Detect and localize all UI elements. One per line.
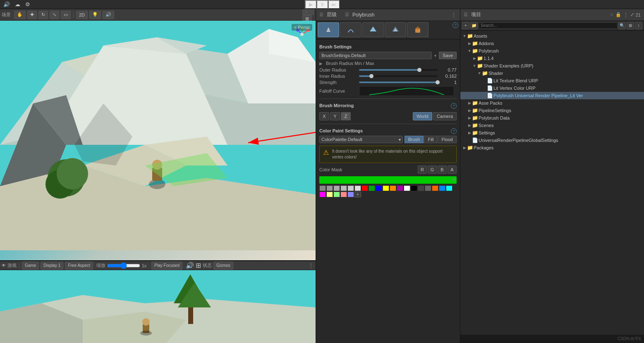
flood-mode-btn[interactable]: Flood — [438, 136, 457, 143]
display-dropdown[interactable]: Display 1 — [41, 261, 63, 270]
swatch-gray5[interactable] — [347, 185, 354, 191]
sculpt-tab[interactable] — [318, 22, 339, 37]
add-swatch-btn[interactable]: + — [354, 192, 361, 197]
mirroring-help-icon[interactable]: ? — [451, 103, 457, 109]
add-btn[interactable]: + — [462, 22, 469, 29]
preset-dropdown[interactable]: BrushSettings-Default — [319, 52, 432, 59]
move-tool[interactable]: ✚ — [27, 11, 37, 19]
lock-icon[interactable]: 🔒 — [615, 12, 621, 17]
swatch-gray1[interactable] — [319, 185, 326, 191]
outer-radius-thumb[interactable] — [417, 68, 421, 72]
scene-viewport[interactable]: < Persp — [0, 21, 316, 260]
search-btn[interactable]: 🔍 — [618, 22, 626, 29]
swatch-lightred[interactable] — [340, 192, 347, 197]
tree-addons[interactable]: ▶ 📁 Addons — [460, 40, 644, 47]
swatch-black[interactable] — [411, 185, 417, 191]
search-input[interactable] — [479, 22, 618, 29]
swatch-gray3[interactable] — [333, 185, 340, 191]
collapse-icon[interactable]: 21 — [636, 12, 641, 17]
tree-lit-vertex[interactable]: ▶ 📄 Lit Vertex Color URP — [460, 84, 644, 92]
hand-tool[interactable]: ✋ — [14, 11, 26, 19]
panel-options-icon[interactable]: ⋮ — [451, 12, 457, 18]
smooth-tab[interactable] — [340, 22, 362, 37]
swatch-cyan[interactable] — [446, 185, 452, 191]
mirror-x-btn[interactable]: X — [319, 112, 329, 120]
game-dropdown[interactable]: Game — [22, 261, 39, 270]
project-menu-icon[interactable]: ⋮ — [623, 12, 629, 18]
swatch-lightblue[interactable] — [439, 185, 445, 191]
2d-toggle[interactable]: 2D — [76, 11, 88, 19]
expand-icon[interactable]: ⤢ — [630, 12, 634, 17]
paint-tab[interactable] — [362, 22, 384, 37]
swatch-darkorange[interactable] — [432, 185, 438, 191]
scale-slider[interactable] — [107, 262, 140, 269]
filter-btn[interactable]: ⊞ — [627, 22, 634, 29]
swatch-white[interactable] — [404, 185, 410, 191]
tree-scenes[interactable]: ▶ 📁 Scenes — [460, 122, 644, 129]
swatch-red[interactable] — [362, 185, 368, 191]
game-menu-icon[interactable]: ⋮ — [308, 262, 314, 269]
mask-r-btn[interactable]: R — [418, 166, 427, 174]
swatch-medgray[interactable] — [425, 185, 431, 191]
color-edit-icon[interactable]: ✏ — [452, 177, 456, 182]
mirror-world-btn[interactable]: World — [413, 112, 432, 120]
scale-tool[interactable]: ⤡ — [50, 11, 59, 19]
help-icon[interactable]: ? — [452, 22, 458, 28]
swatch-green[interactable] — [369, 185, 375, 191]
color-bar[interactable] — [319, 176, 457, 184]
outer-radius-track[interactable] — [359, 69, 438, 71]
tree-lit-texture[interactable]: ▶ 📄 Lit Texture Blend URP — [460, 77, 644, 84]
texture-tab[interactable] — [385, 22, 406, 37]
play-button[interactable]: ▶ — [305, 0, 316, 9]
tree-polybrush[interactable]: ▼ 📁 Polybrush — [460, 47, 644, 55]
rotate-tool[interactable]: ↻ — [38, 11, 48, 19]
swatch-darkgray[interactable] — [418, 185, 424, 191]
tree-packages[interactable]: ▶ 📁 Packages — [460, 144, 644, 151]
prefab-tab[interactable] — [407, 22, 429, 37]
tree-pipeline-settings[interactable]: ▶ 📁 PipelineSettings — [460, 107, 644, 114]
inner-radius-thumb[interactable] — [369, 74, 373, 78]
swatch-gray6[interactable] — [354, 185, 361, 191]
tree-polybrush-data[interactable]: ▶ 📁 Polybrush Data — [460, 114, 644, 122]
tree-urp-global[interactable]: ▶ 📄 UniversalRenderPipelineGlobalSetting… — [460, 137, 644, 144]
swatch-blue[interactable] — [376, 185, 382, 191]
gizmos-btn[interactable]: Gizmos — [213, 261, 233, 270]
strength-track[interactable] — [359, 82, 438, 83]
tree-114[interactable]: ▶ 📁 1.1.4 — [460, 55, 644, 62]
mirror-y-btn[interactable]: Y — [330, 112, 340, 120]
camera-btn[interactable]: 🎥 — [302, 9, 314, 15]
strength-thumb[interactable] — [436, 80, 440, 84]
swatch-gray4[interactable] — [340, 185, 347, 191]
sort-btn[interactable]: ↕ — [635, 22, 642, 29]
game-viewport[interactable] — [0, 270, 316, 343]
brush-mode-btn[interactable]: Brush — [405, 136, 424, 143]
mask-g-btn[interactable]: G — [428, 166, 437, 174]
swatch-gray2[interactable] — [326, 185, 333, 191]
folder-btn[interactable]: 📁 — [470, 22, 478, 29]
swatch-lightgreen[interactable] — [333, 192, 340, 197]
mask-b-btn[interactable]: B — [438, 166, 447, 174]
favorite-icon[interactable]: ☆ — [610, 12, 614, 17]
swatch-orange[interactable] — [390, 185, 396, 191]
mirror-camera-btn[interactable]: Camera — [433, 112, 457, 120]
color-paint-help-icon[interactable]: ? — [451, 128, 457, 134]
color-palette-dropdown[interactable]: ColorPalette-Default ▾ — [319, 136, 403, 143]
rect-tool[interactable]: ▭ — [61, 11, 71, 19]
brush-radius-header[interactable]: ▶ Brush Radius Min / Max — [319, 61, 457, 66]
save-button[interactable]: Save — [439, 52, 457, 59]
tree-settings[interactable]: ▶ 📁 Settings — [460, 129, 644, 137]
swatch-lightpurple[interactable] — [347, 192, 354, 197]
mirror-z-btn[interactable]: Z — [341, 112, 351, 120]
inner-radius-track[interactable] — [359, 75, 438, 77]
swatch-lightyellow[interactable] — [326, 192, 333, 197]
swatch-yellow[interactable] — [383, 185, 389, 191]
audio-toggle[interactable]: 🔊 — [103, 11, 114, 19]
tree-shader-examples[interactable]: ▼ 📁 Shader Examples (URP) — [460, 62, 644, 70]
mask-a-btn[interactable]: A — [448, 166, 457, 174]
pause-button[interactable]: ⏸ — [316, 0, 328, 9]
falloff-canvas[interactable] — [359, 86, 454, 96]
fill-mode-btn[interactable]: Fill — [424, 136, 437, 143]
swatch-purple[interactable] — [397, 185, 403, 191]
tree-asse-packs[interactable]: ▶ 📁 Asse Packs — [460, 99, 644, 107]
tree-shader[interactable]: ▼ 📁 Shader — [460, 70, 644, 77]
